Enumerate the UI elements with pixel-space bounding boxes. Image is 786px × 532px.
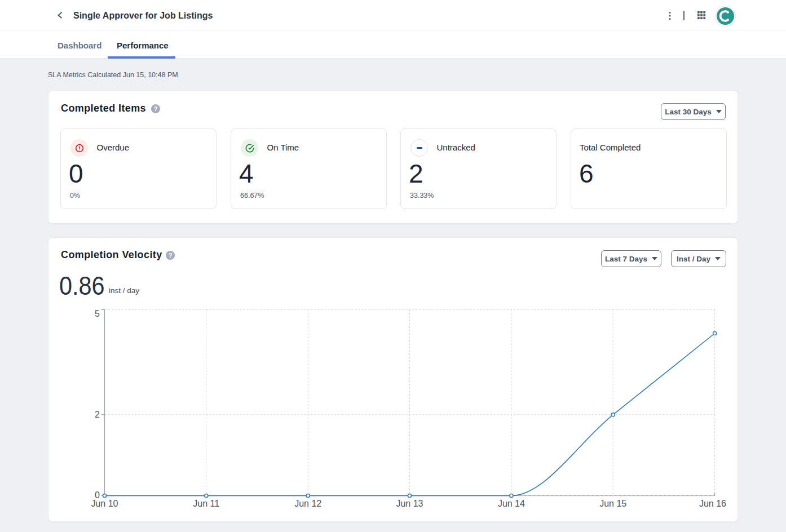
svg-text:Jun 12: Jun 12 — [294, 499, 321, 508]
svg-text:5: 5 — [95, 309, 100, 318]
svg-text:Jun 11: Jun 11 — [193, 499, 219, 508]
svg-text:Jun 14: Jun 14 — [498, 499, 525, 508]
svg-text:Jun 10: Jun 10 — [91, 499, 118, 508]
svg-text:2: 2 — [95, 410, 100, 419]
svg-text:Jun 13: Jun 13 — [396, 499, 423, 508]
svg-text:Jun 16: Jun 16 — [699, 499, 726, 508]
svg-text:Jun 15: Jun 15 — [599, 499, 626, 508]
